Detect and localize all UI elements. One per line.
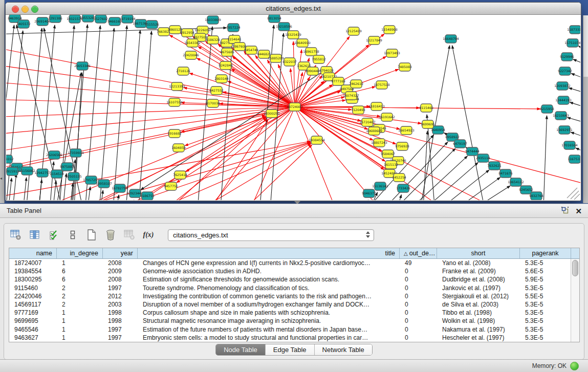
delete-column-icon[interactable]	[104, 229, 117, 241]
table-cell[interactable]: 5.3E-5	[520, 259, 571, 267]
table-cell[interactable]: 2008	[103, 259, 138, 267]
table-row[interactable]: 977716911998Corpus callosum shape and si…	[9, 309, 571, 317]
teal-graph-node[interactable]: 7857224	[226, 24, 241, 32]
yellow-graph-node[interactable]: 15885209	[268, 54, 284, 62]
teal-graph-node[interactable]: 6479197	[453, 140, 467, 148]
yellow-graph-node[interactable]: 7485083	[398, 63, 412, 71]
column-header-title[interactable]: title	[138, 248, 400, 258]
table-row[interactable]: 1830029562008Estimation of significance …	[9, 275, 571, 283]
table-cell[interactable]: 1	[57, 259, 103, 267]
table-cell[interactable]: Wolkin et al. (1998)	[437, 317, 520, 325]
teal-graph-node[interactable]: 12942757	[34, 169, 51, 177]
table-cell[interactable]: 1998	[103, 309, 138, 317]
teal-graph-node[interactable]: 15136141	[372, 182, 388, 190]
yellow-graph-node[interactable]: 9242848	[219, 61, 233, 70]
table-cell[interactable]: 1	[57, 334, 103, 342]
table-cell[interactable]: 5.3E-5	[520, 300, 571, 309]
yellow-graph-node[interactable]: 10973493	[384, 49, 400, 57]
table-cell[interactable]: 1997	[103, 334, 138, 342]
table-cell[interactable]: 0	[400, 267, 437, 275]
import-table-icon[interactable]	[123, 229, 136, 241]
column-header-in_degree[interactable]: in_degree	[57, 248, 103, 258]
red-edge[interactable]	[6, 107, 295, 153]
table-cell[interactable]: Stergiakouli et al. (2012)	[437, 292, 520, 300]
table-cell[interactable]: Hescheler et al. (1997)	[437, 334, 520, 342]
table-cell[interactable]: Embryonic stem cells: a model to study s…	[138, 334, 400, 342]
table-cell[interactable]: 0	[400, 317, 437, 325]
table-cell[interactable]: 0	[400, 284, 437, 292]
table-cell[interactable]: de Silva et al. (2003)	[437, 300, 520, 309]
tab-node-table[interactable]: Node Table	[216, 344, 266, 355]
black-edge[interactable]	[570, 102, 580, 108]
hide-rows-icon[interactable]	[66, 229, 79, 241]
yellow-graph-node[interactable]: 1604859	[171, 144, 186, 152]
table-cell[interactable]: Yano et al. (2008)	[437, 259, 520, 267]
yellow-graph-node[interactable]: 8990448	[306, 67, 320, 75]
teal-graph-node[interactable]: 9474444	[465, 147, 480, 156]
table-cell[interactable]: Jankovic et al. (1997)	[437, 284, 520, 292]
teal-graph-node[interactable]: 16648794	[443, 35, 459, 43]
table-cell[interactable]: Estimation of significance thresholds fo…	[138, 275, 400, 283]
yellow-graph-node[interactable]: 16191642	[379, 113, 395, 121]
yellow-graph-node[interactable]: 16543382	[184, 39, 201, 47]
yellow-graph-node[interactable]: 8186328	[206, 36, 220, 44]
table-row[interactable]: 969969511998Structural magnetic resonanc…	[9, 317, 571, 325]
teal-graph-node[interactable]: 16782759	[112, 184, 128, 192]
black-edge[interactable]	[137, 31, 151, 200]
table-selector-dropdown[interactable]: citations_edges.txt	[168, 229, 374, 241]
black-edge[interactable]	[573, 59, 580, 66]
teal-graph-node[interactable]: 16033809	[205, 16, 221, 24]
table-cell[interactable]: 9115460	[9, 284, 57, 292]
table-cell[interactable]: 9465546	[9, 325, 57, 334]
yellow-graph-node[interactable]: 9170034	[206, 99, 220, 107]
table-cell[interactable]: 0	[400, 309, 437, 317]
teal-graph-node[interactable]: 17359934	[68, 149, 84, 157]
teal-graph-node[interactable]: 9832764	[529, 192, 543, 200]
table-cell[interactable]: 5.3E-5	[520, 317, 571, 325]
black-edge[interactable]	[452, 46, 490, 200]
table-scrollbar-thumb[interactable]	[572, 260, 578, 276]
table-cell[interactable]: 49	[400, 259, 437, 267]
yellow-graph-node[interactable]: 18325419	[285, 31, 301, 39]
teal-graph-node[interactable]: 1167533	[568, 155, 580, 163]
column-header-out_de[interactable]: △out_de…	[400, 248, 437, 258]
table-cell[interactable]: 14569117	[9, 300, 57, 309]
table-cell[interactable]: Investigating the contribution of common…	[138, 292, 400, 300]
teal-graph-node[interactable]: 8471676	[498, 169, 513, 178]
tab-network-table[interactable]: Network Table	[315, 344, 372, 355]
close-panel-icon[interactable]: ✕	[575, 207, 582, 215]
teal-graph-node[interactable]: 15751074	[564, 39, 580, 47]
yellow-graph-node[interactable]: 18757518	[374, 81, 390, 89]
yellow-graph-node[interactable]: 18300295	[264, 110, 280, 118]
red-edge[interactable]	[114, 117, 266, 200]
table-row[interactable]: 946554611997Estimation of the future num…	[9, 325, 571, 334]
table-cell[interactable]: 5.3E-5	[520, 334, 571, 342]
red-edge[interactable]	[295, 107, 344, 200]
teal-graph-node[interactable]: 8215958	[540, 105, 554, 113]
yellow-graph-node[interactable]: 9777169	[331, 77, 345, 85]
teal-graph-node[interactable]: 9975887	[60, 163, 74, 171]
table-cell[interactable]: 5.9E-5	[520, 275, 571, 283]
yellow-graph-node[interactable]: 12125419	[345, 27, 362, 35]
yellow-graph-node[interactable]: 1452254	[392, 173, 406, 182]
column-header-pagerank[interactable]: pagerank	[520, 248, 571, 258]
red-edge[interactable]	[295, 107, 580, 184]
black-edge[interactable]	[408, 170, 489, 200]
create-column-icon[interactable]	[85, 229, 98, 241]
table-cell[interactable]: 5.5E-5	[520, 292, 571, 300]
table-cell[interactable]: 1	[57, 309, 103, 317]
table-cell[interactable]: Structural magnetic resonance image aver…	[138, 317, 400, 325]
table-cell[interactable]: 2009	[103, 267, 138, 275]
table-options-icon[interactable]	[9, 229, 23, 241]
table-row[interactable]: 1456911722003Disruption of a novel membe…	[9, 300, 571, 309]
yellow-graph-node[interactable]: 12213393	[169, 82, 185, 91]
teal-graph-node[interactable]: 12505135	[66, 172, 82, 181]
teal-graph-node[interactable]: 9227342	[558, 67, 572, 75]
red-edge[interactable]	[295, 50, 301, 107]
teal-graph-node[interactable]: 7515526	[145, 20, 159, 29]
table-cell[interactable]: 1	[57, 325, 103, 334]
teal-graph-node[interactable]: 9186755	[140, 192, 155, 200]
table-cell[interactable]: Nakamura et al. (1997)	[437, 325, 520, 334]
function-builder-icon[interactable]: f(x)	[142, 229, 155, 241]
yellow-graph-node[interactable]: 22420046	[183, 51, 199, 59]
